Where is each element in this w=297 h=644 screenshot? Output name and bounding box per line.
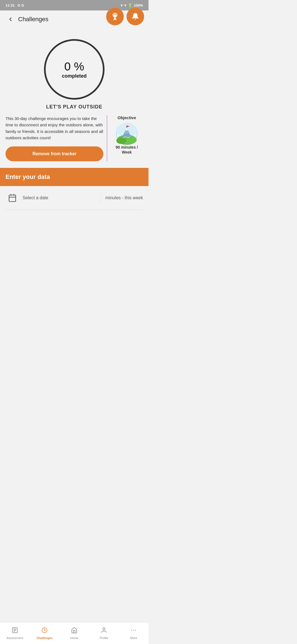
objective-label: Objective [117, 115, 136, 120]
objective-column: Objective 90 minutes [107, 115, 143, 161]
remove-from-tracker-button[interactable]: Remove from tracker [6, 146, 103, 161]
main-content: 0 % completed LET'S PLAY OUTSIDE This 30… [0, 28, 148, 210]
svg-rect-10 [9, 195, 16, 201]
enter-data-banner[interactable]: Enter your data [0, 168, 148, 186]
header: Challenges [0, 10, 148, 28]
description-section: This 30-day challenge encourages you to … [6, 115, 143, 161]
progress-percent: 0 % [64, 60, 84, 73]
objective-value: 90 minutes / Week [111, 145, 143, 155]
enter-data-text: Enter your data [6, 173, 50, 180]
description-column: This 30-day challenge encourages you to … [6, 115, 107, 161]
description-text: This 30-day challenge encourages you to … [6, 115, 103, 141]
back-button[interactable] [6, 14, 15, 24]
header-icons [106, 8, 144, 25]
calendar-icon[interactable] [6, 191, 19, 205]
progress-circle-container: 0 % completed [6, 39, 143, 100]
data-entry-row: Select a date minutes - this week [6, 186, 143, 210]
notification-button[interactable] [127, 8, 144, 25]
progress-circle: 0 % completed [44, 39, 105, 100]
divider [101, 193, 101, 203]
progress-label: completed [62, 73, 87, 79]
svg-point-4 [116, 137, 126, 144]
badge-button[interactable] [106, 8, 124, 25]
status-time: 11:31 [6, 3, 15, 7]
battery-percent: 100% [134, 3, 143, 7]
minutes-this-week: minutes - this week [105, 195, 143, 200]
status-icons: ⊙ G [17, 3, 24, 7]
objective-icon [116, 123, 138, 145]
wifi-icon: ▾ [121, 3, 123, 7]
select-date-label[interactable]: Select a date [23, 195, 96, 200]
challenge-title: LET'S PLAY OUTSIDE [6, 104, 143, 110]
battery-icon: 🔋 [128, 3, 132, 7]
signal-icon: ▾ [124, 3, 126, 7]
